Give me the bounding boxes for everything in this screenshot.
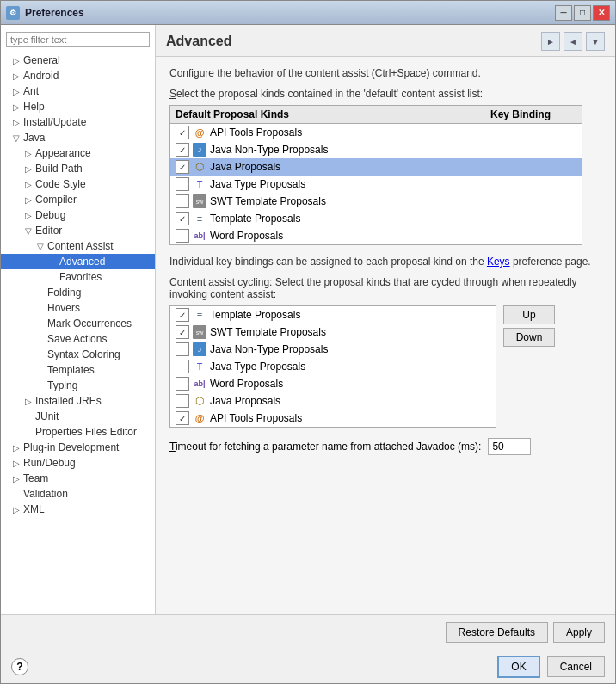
expand-icon-code-style: ▷ (25, 180, 35, 189)
cancel-button[interactable]: Cancel (547, 656, 605, 677)
sidebar-item-properties-files-editor[interactable]: Properties Files Editor (1, 424, 155, 440)
row-checkbox[interactable] (176, 212, 189, 225)
row-icon-word: ab| (193, 377, 206, 391)
timeout-input[interactable] (488, 438, 531, 455)
up-button[interactable]: Up (503, 305, 555, 324)
cycling-row[interactable]: @API Tools Proposals (170, 410, 496, 427)
expand-icon-help: ▷ (13, 102, 23, 112)
close-button[interactable]: ✕ (593, 5, 610, 21)
cycling-checkbox[interactable] (176, 360, 189, 373)
cycling-label-text: Template Proposals (210, 309, 300, 321)
sidebar-item-team[interactable]: ▷Team (1, 471, 155, 486)
sidebar-item-advanced[interactable]: Advanced (1, 254, 155, 269)
down-button[interactable]: Down (503, 328, 555, 347)
table-row[interactable]: TJava Type Proposals (170, 176, 582, 193)
sidebar-item-plugin-development[interactable]: ▷Plug-in Development (1, 440, 155, 455)
table-row[interactable]: ≡Template Proposals (170, 210, 582, 227)
nav-forward-button[interactable]: ► (541, 32, 560, 51)
row-checkbox[interactable] (176, 143, 189, 157)
minimize-button[interactable]: ─ (555, 5, 572, 21)
sidebar-item-general[interactable]: ▷General (1, 52, 155, 68)
cycling-row[interactable]: JJava Non-Type Proposals (170, 341, 496, 358)
sidebar-item-save-actions[interactable]: Save Actions (1, 331, 155, 347)
proposal-section-label: Select the proposal kinds contained in t… (169, 88, 601, 100)
cycling-area: ≡Template ProposalsswSWT Template Propos… (169, 305, 601, 428)
row-checkbox[interactable] (176, 194, 189, 208)
sidebar-item-compiler[interactable]: ▷Compiler (1, 192, 155, 207)
tree-label-installed-jres: Installed JREs (35, 395, 102, 407)
timeout-row: Timeout for fetching a parameter name fr… (169, 438, 601, 455)
cycling-label-text: Java Non-Type Proposals (210, 343, 328, 355)
sidebar-item-hovers[interactable]: Hovers (1, 300, 155, 316)
cycling-checkbox[interactable] (176, 377, 189, 391)
tree-label-run-debug: Run/Debug (23, 457, 76, 469)
cycling-checkbox[interactable] (176, 411, 189, 425)
title-bar-buttons: ─ □ ✕ (555, 5, 610, 21)
tree-label-plugin-development: Plug-in Development (23, 441, 119, 453)
sidebar-item-help[interactable]: ▷Help (1, 99, 155, 114)
cycling-checkbox[interactable] (176, 342, 189, 356)
sidebar-item-appearance[interactable]: ▷Appearance (1, 145, 155, 161)
row-checkbox[interactable] (176, 177, 189, 191)
cycling-label-text: Word Proposals (210, 378, 283, 390)
nav-back-button[interactable]: ◄ (564, 32, 582, 51)
sidebar-item-templates[interactable]: Templates (1, 362, 155, 378)
sidebar-item-favorites[interactable]: Favorites (1, 269, 155, 285)
tree-label-hovers: Hovers (47, 302, 80, 314)
sidebar-item-run-debug[interactable]: ▷Run/Debug (1, 455, 155, 471)
sidebar-item-debug[interactable]: ▷Debug (1, 207, 155, 223)
maximize-button[interactable]: □ (574, 5, 591, 21)
cycling-checkbox[interactable] (176, 394, 189, 408)
ok-button[interactable]: OK (497, 656, 539, 678)
cycling-row[interactable]: swSWT Template Proposals (170, 324, 496, 341)
tree-label-appearance: Appearance (35, 147, 91, 159)
sidebar-item-build-path[interactable]: ▷Build Path (1, 161, 155, 176)
row-checkbox[interactable] (176, 126, 189, 139)
sidebar-item-java[interactable]: ▽Java (1, 130, 155, 145)
sidebar-item-editor[interactable]: ▽Editor (1, 223, 155, 238)
cycling-buttons: Up Down (503, 305, 555, 347)
apply-button[interactable]: Apply (553, 622, 605, 643)
sidebar-item-content-assist[interactable]: ▽Content Assist (1, 238, 155, 254)
sidebar-item-typing[interactable]: Typing (1, 378, 155, 393)
filter-input[interactable] (6, 32, 150, 47)
sidebar-item-syntax-coloring[interactable]: Syntax Coloring (1, 347, 155, 362)
col-main-header: Default Proposal Kinds (176, 108, 490, 120)
sidebar-item-junit[interactable]: JUnit (1, 409, 155, 424)
table-row[interactable]: ab|Word Proposals (170, 227, 582, 244)
cycling-checkbox[interactable] (176, 308, 189, 322)
row-icon-java: J (193, 143, 206, 157)
cycling-row[interactable]: ≡Template Proposals (170, 306, 496, 324)
cycling-label-text: Java Type Proposals (210, 360, 305, 373)
help-button[interactable]: ? (11, 658, 28, 675)
row-checkbox[interactable] (176, 160, 189, 174)
nav-dropdown-button[interactable]: ▼ (586, 32, 605, 51)
keys-link[interactable]: Keys (487, 256, 510, 268)
table-row[interactable]: JJava Non-Type Proposals (170, 141, 582, 158)
sidebar-item-installed-jres[interactable]: ▷Installed JREs (1, 393, 155, 409)
tree-label-syntax-coloring: Syntax Coloring (47, 348, 120, 360)
sidebar-item-validation[interactable]: Validation (1, 486, 155, 502)
sidebar-item-folding[interactable]: Folding (1, 285, 155, 300)
cycling-row[interactable]: TJava Type Proposals (170, 358, 496, 375)
cycling-label-text: API Tools Proposals (210, 412, 302, 424)
cycling-checkbox[interactable] (176, 325, 189, 339)
col-key-header: Key Binding (490, 108, 576, 120)
table-row[interactable]: @API Tools Proposals (170, 124, 582, 141)
sidebar-item-android[interactable]: ▷Android (1, 68, 155, 83)
row-icon-type: T (193, 177, 206, 191)
sidebar-item-xml[interactable]: ▷XML (1, 502, 155, 517)
cycling-row[interactable]: ab|Word Proposals (170, 375, 496, 392)
table-row[interactable]: swSWT Template Proposals (170, 193, 582, 210)
tree-label-help: Help (23, 101, 45, 113)
sidebar-item-mark-occurrences[interactable]: Mark Occurrences (1, 316, 155, 331)
table-row[interactable]: ⬡Java Proposals (170, 158, 582, 176)
row-checkbox[interactable] (176, 229, 189, 243)
tree-label-validation: Validation (23, 488, 68, 500)
row-icon-at: @ (193, 126, 206, 139)
sidebar-item-code-style[interactable]: ▷Code Style (1, 176, 155, 192)
cycling-row[interactable]: ⬡Java Proposals (170, 392, 496, 410)
restore-defaults-button[interactable]: Restore Defaults (446, 622, 548, 643)
sidebar-item-install-update[interactable]: ▷Install/Update (1, 114, 155, 130)
sidebar-item-ant[interactable]: ▷Ant (1, 83, 155, 99)
